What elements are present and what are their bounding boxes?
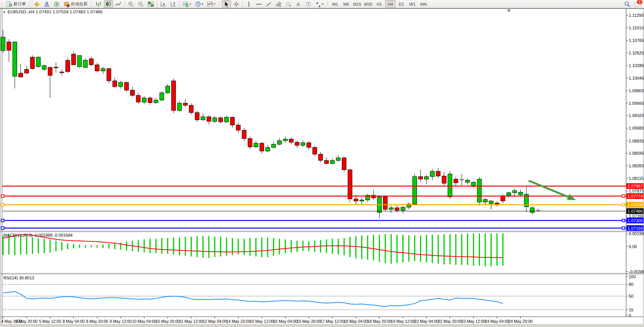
svg-text:1.09800: 1.09800 (629, 88, 644, 93)
vertical-line-button[interactable] (244, 0, 253, 8)
svg-text:16 May 04:00: 16 May 04:00 (273, 319, 298, 324)
mt4-window: 新订单 自动交易 (0, 0, 644, 327)
svg-text:14 May 23:00: 14 May 23:00 (226, 319, 250, 324)
fibonacci-button[interactable]: F (284, 0, 293, 8)
chart-canvas[interactable]: 1.112501.110101.107651.105251.102851.100… (0, 8, 644, 327)
auto-trading-label: 自动交易 (71, 1, 88, 7)
svg-text:23 May 12:00: 23 May 12:00 (461, 319, 486, 324)
equidistant-channel-icon: E (276, 1, 282, 7)
timeframe-D1[interactable]: D1 (396, 0, 406, 8)
zoom-in-icon (128, 1, 134, 7)
svg-text:1.11010: 1.11010 (629, 26, 644, 30)
timeframe-M15[interactable]: M15 (352, 0, 362, 8)
svg-text:1.07159: 1.07159 (628, 226, 643, 231)
search-button[interactable] (623, 0, 632, 8)
chart-shift-button[interactable] (169, 0, 178, 8)
line-handle[interactable] (622, 195, 625, 197)
zoom-out-button[interactable] (136, 0, 145, 8)
timeframe-MN[interactable]: MN (418, 0, 429, 8)
crosshair-button[interactable] (232, 0, 241, 8)
text-label-button[interactable]: T (304, 0, 313, 8)
profile-button[interactable] (42, 0, 51, 8)
svg-text:22 May 20:00: 22 May 20:00 (438, 319, 462, 324)
svg-text:EURUSD-,H4 1.07491 1.07534 1.: EURUSD-,H4 1.07491 1.07534 1.07483 1.074… (8, 10, 102, 14)
text-button[interactable]: A (294, 0, 303, 8)
zoom-in-button[interactable] (126, 0, 135, 8)
svg-text:8 May 20:00: 8 May 20:00 (86, 319, 108, 324)
toolbar-separator (179, 1, 180, 7)
zoom-out-icon (138, 1, 144, 7)
timeframe-W1[interactable]: W1 (407, 0, 418, 8)
line-handle[interactable] (622, 204, 625, 206)
macd-label: MACD(12,26,9) -0.001888 -0.001684 (3, 233, 73, 237)
timeframe-H1[interactable]: H1 (374, 0, 384, 8)
svg-text:1.10765: 1.10765 (629, 38, 644, 43)
svg-text:1.07870: 1.07870 (629, 189, 644, 193)
svg-text:1.09320: 1.09320 (629, 113, 644, 118)
news-icon (54, 1, 60, 7)
metaeditor-icon (34, 1, 40, 7)
crosshair-icon (233, 1, 239, 7)
svg-text:10 May 04:00: 10 May 04:00 (132, 319, 156, 324)
svg-text:1.09560: 1.09560 (629, 101, 644, 106)
equidistant-channel-button[interactable]: E (274, 0, 283, 8)
chart-title: ▼EURUSD-,H4 1.07491 1.07534 1.07483 1.07… (3, 10, 102, 14)
line-handle[interactable] (622, 227, 625, 229)
svg-text:10 May 20:00: 10 May 20:00 (156, 319, 180, 324)
metaeditor-button[interactable] (32, 0, 41, 8)
line-handle[interactable] (2, 195, 4, 197)
periods-button[interactable]: ▾ (193, 0, 205, 8)
new-order-button[interactable]: 新订单 (5, 0, 27, 8)
line-chart-button[interactable] (114, 0, 123, 8)
svg-text:15: 15 (629, 308, 633, 312)
svg-text:1.07305: 1.07305 (628, 218, 643, 223)
auto-trading-icon (64, 1, 70, 7)
trendline-icon (266, 1, 272, 7)
svg-text:1.07486: 1.07486 (628, 209, 643, 213)
svg-text:9 May 12:00: 9 May 12:00 (110, 319, 132, 324)
indicators-button[interactable]: ▾ (206, 0, 217, 8)
candlestick-chart-button[interactable] (104, 0, 113, 8)
chat-icon: 1 (634, 1, 641, 7)
line-handle[interactable] (2, 204, 4, 206)
line-chart-icon (115, 1, 121, 7)
horizontal-line-button[interactable] (254, 0, 263, 8)
dropdown-caret: ▾ (214, 2, 215, 6)
trendline-button[interactable] (264, 0, 273, 8)
timeframe-group: M1M5M15M30H1H4D1W1MN (330, 0, 429, 8)
line-handle[interactable] (2, 227, 4, 229)
news-button[interactable] (52, 0, 61, 8)
chart-shift-icon (170, 1, 176, 7)
svg-text:16 May 20:00: 16 May 20:00 (297, 319, 321, 324)
new-order-icon (6, 1, 12, 7)
candlestick-chart-icon (105, 1, 112, 7)
indicators-icon (207, 1, 213, 7)
cursor-button[interactable] (222, 0, 231, 8)
bar-chart-button[interactable] (94, 0, 103, 8)
new-chart-icon (183, 1, 189, 7)
new-order-label: 新订单 (13, 1, 26, 7)
new-chart-button[interactable]: ▾ (181, 0, 193, 8)
svg-text:1.07967: 1.07967 (628, 184, 643, 188)
toolbar-separator (124, 1, 125, 7)
tile-windows-button[interactable] (146, 0, 155, 8)
svg-text:80: 80 (629, 282, 633, 287)
timeframe-M30[interactable]: M30 (363, 0, 373, 8)
line-handle[interactable] (622, 219, 625, 222)
svg-text:15 May 12:00: 15 May 12:00 (250, 319, 274, 324)
svg-text:11 May 12:00: 11 May 12:00 (179, 319, 203, 324)
svg-text:1.10045: 1.10045 (629, 76, 644, 80)
arrows-button[interactable]: ▾ (314, 0, 325, 8)
timeframe-H4[interactable]: H4 (385, 0, 395, 8)
svg-text:1.08355: 1.08355 (629, 164, 644, 168)
toolbar-right: 1 (622, 0, 642, 8)
svg-text:19 May 12:00: 19 May 12:00 (391, 319, 415, 324)
chat-button[interactable]: 1 (633, 0, 642, 8)
timeframe-M1[interactable]: M1 (330, 0, 340, 8)
timeframe-M5[interactable]: M5 (341, 0, 351, 8)
line-handle[interactable] (2, 219, 4, 222)
auto-scroll-button[interactable] (159, 0, 168, 8)
svg-text:1.10285: 1.10285 (629, 63, 644, 68)
auto-trading-button[interactable]: 自动交易 (62, 0, 89, 8)
svg-text:18 May 20:00: 18 May 20:00 (367, 319, 392, 324)
